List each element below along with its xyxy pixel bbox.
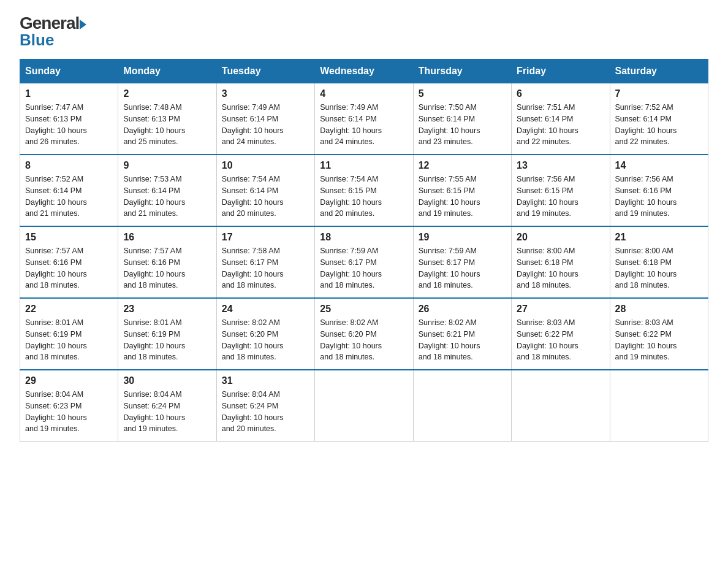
day-number: 23 <box>123 304 211 315</box>
calendar-cell: 20Sunrise: 8:00 AMSunset: 6:18 PMDayligh… <box>512 226 610 298</box>
calendar-body: 1Sunrise: 7:47 AMSunset: 6:13 PMDaylight… <box>20 83 708 442</box>
day-info: Sunrise: 8:01 AMSunset: 6:19 PMDaylight:… <box>123 317 211 363</box>
header-sunday: Sunday <box>20 59 118 83</box>
day-number: 19 <box>419 232 506 243</box>
day-info: Sunrise: 8:03 AMSunset: 6:22 PMDaylight:… <box>517 317 604 363</box>
calendar-table: Sunday Monday Tuesday Wednesday Thursday… <box>20 59 708 442</box>
calendar-cell: 31Sunrise: 8:04 AMSunset: 6:24 PMDayligh… <box>216 370 314 442</box>
day-number: 6 <box>517 88 604 99</box>
day-info: Sunrise: 8:04 AMSunset: 6:23 PMDaylight:… <box>25 389 113 435</box>
calendar-cell <box>413 370 511 442</box>
day-info: Sunrise: 7:49 AMSunset: 6:14 PMDaylight:… <box>222 102 309 148</box>
day-number: 22 <box>25 304 113 315</box>
day-number: 29 <box>25 375 113 386</box>
day-number: 9 <box>123 160 211 171</box>
page-header: General Blue <box>20 15 708 48</box>
day-info: Sunrise: 7:47 AMSunset: 6:13 PMDaylight:… <box>25 102 113 148</box>
calendar-cell: 30Sunrise: 8:04 AMSunset: 6:24 PMDayligh… <box>118 370 216 442</box>
day-number: 5 <box>419 88 506 99</box>
calendar-week-row: 29Sunrise: 8:04 AMSunset: 6:23 PMDayligh… <box>20 370 708 442</box>
day-number: 10 <box>222 160 309 171</box>
logo-text-blue: Blue <box>20 32 54 48</box>
calendar-cell: 13Sunrise: 7:56 AMSunset: 6:15 PMDayligh… <box>512 155 610 226</box>
header-saturday: Saturday <box>610 59 708 83</box>
day-number: 3 <box>222 88 309 99</box>
day-number: 25 <box>320 304 408 315</box>
day-number: 13 <box>517 160 604 171</box>
day-info: Sunrise: 7:52 AMSunset: 6:14 PMDaylight:… <box>25 174 113 220</box>
day-number: 17 <box>222 232 309 243</box>
day-number: 4 <box>320 88 408 99</box>
calendar-cell: 21Sunrise: 8:00 AMSunset: 6:18 PMDayligh… <box>610 226 708 298</box>
calendar-cell <box>315 370 413 442</box>
day-info: Sunrise: 7:58 AMSunset: 6:17 PMDaylight:… <box>222 245 309 291</box>
calendar-cell: 5Sunrise: 7:50 AMSunset: 6:14 PMDaylight… <box>413 83 511 155</box>
calendar-cell: 17Sunrise: 7:58 AMSunset: 6:17 PMDayligh… <box>216 226 314 298</box>
calendar-cell: 22Sunrise: 8:01 AMSunset: 6:19 PMDayligh… <box>20 298 118 370</box>
calendar-cell: 14Sunrise: 7:56 AMSunset: 6:16 PMDayligh… <box>610 155 708 226</box>
header-tuesday: Tuesday <box>216 59 314 83</box>
day-number: 16 <box>123 232 211 243</box>
calendar-cell: 18Sunrise: 7:59 AMSunset: 6:17 PMDayligh… <box>315 226 413 298</box>
day-info: Sunrise: 7:56 AMSunset: 6:15 PMDaylight:… <box>517 174 604 220</box>
day-info: Sunrise: 7:56 AMSunset: 6:16 PMDaylight:… <box>615 174 703 220</box>
day-info: Sunrise: 7:55 AMSunset: 6:15 PMDaylight:… <box>419 174 506 220</box>
calendar-week-row: 1Sunrise: 7:47 AMSunset: 6:13 PMDaylight… <box>20 83 708 155</box>
day-info: Sunrise: 7:54 AMSunset: 6:15 PMDaylight:… <box>320 174 408 220</box>
calendar-cell: 28Sunrise: 8:03 AMSunset: 6:22 PMDayligh… <box>610 298 708 370</box>
day-info: Sunrise: 7:53 AMSunset: 6:14 PMDaylight:… <box>123 174 211 220</box>
day-number: 28 <box>615 304 703 315</box>
weekday-header-row: Sunday Monday Tuesday Wednesday Thursday… <box>20 59 708 83</box>
day-info: Sunrise: 7:57 AMSunset: 6:16 PMDaylight:… <box>123 245 211 291</box>
header-wednesday: Wednesday <box>315 59 413 83</box>
calendar-cell <box>512 370 610 442</box>
day-info: Sunrise: 7:48 AMSunset: 6:13 PMDaylight:… <box>123 102 211 148</box>
day-info: Sunrise: 8:03 AMSunset: 6:22 PMDaylight:… <box>615 317 703 363</box>
calendar-cell: 8Sunrise: 7:52 AMSunset: 6:14 PMDaylight… <box>20 155 118 226</box>
day-info: Sunrise: 7:59 AMSunset: 6:17 PMDaylight:… <box>419 245 506 291</box>
calendar-cell: 25Sunrise: 8:02 AMSunset: 6:20 PMDayligh… <box>315 298 413 370</box>
header-friday: Friday <box>512 59 610 83</box>
day-info: Sunrise: 8:04 AMSunset: 6:24 PMDaylight:… <box>222 389 309 435</box>
day-number: 27 <box>517 304 604 315</box>
calendar-cell: 19Sunrise: 7:59 AMSunset: 6:17 PMDayligh… <box>413 226 511 298</box>
day-info: Sunrise: 8:02 AMSunset: 6:21 PMDaylight:… <box>419 317 506 363</box>
day-number: 1 <box>25 88 113 99</box>
calendar-cell: 10Sunrise: 7:54 AMSunset: 6:14 PMDayligh… <box>216 155 314 226</box>
calendar-cell: 11Sunrise: 7:54 AMSunset: 6:15 PMDayligh… <box>315 155 413 226</box>
day-number: 30 <box>123 375 211 386</box>
day-number: 31 <box>222 375 309 386</box>
logo-text-general: General <box>20 15 86 32</box>
day-info: Sunrise: 8:01 AMSunset: 6:19 PMDaylight:… <box>25 317 113 363</box>
calendar-cell: 2Sunrise: 7:48 AMSunset: 6:13 PMDaylight… <box>118 83 216 155</box>
calendar-cell: 3Sunrise: 7:49 AMSunset: 6:14 PMDaylight… <box>216 83 314 155</box>
day-number: 7 <box>615 88 703 99</box>
calendar-cell: 7Sunrise: 7:52 AMSunset: 6:14 PMDaylight… <box>610 83 708 155</box>
day-info: Sunrise: 7:51 AMSunset: 6:14 PMDaylight:… <box>517 102 604 148</box>
day-number: 18 <box>320 232 408 243</box>
calendar-cell: 12Sunrise: 7:55 AMSunset: 6:15 PMDayligh… <box>413 155 511 226</box>
day-number: 20 <box>517 232 604 243</box>
day-info: Sunrise: 7:57 AMSunset: 6:16 PMDaylight:… <box>25 245 113 291</box>
calendar-cell: 23Sunrise: 8:01 AMSunset: 6:19 PMDayligh… <box>118 298 216 370</box>
calendar-cell: 26Sunrise: 8:02 AMSunset: 6:21 PMDayligh… <box>413 298 511 370</box>
logo: General Blue <box>20 15 86 48</box>
calendar-week-row: 15Sunrise: 7:57 AMSunset: 6:16 PMDayligh… <box>20 226 708 298</box>
day-number: 8 <box>25 160 113 171</box>
calendar-cell: 16Sunrise: 7:57 AMSunset: 6:16 PMDayligh… <box>118 226 216 298</box>
calendar-cell: 27Sunrise: 8:03 AMSunset: 6:22 PMDayligh… <box>512 298 610 370</box>
day-info: Sunrise: 7:52 AMSunset: 6:14 PMDaylight:… <box>615 102 703 148</box>
calendar-cell: 24Sunrise: 8:02 AMSunset: 6:20 PMDayligh… <box>216 298 314 370</box>
day-number: 26 <box>419 304 506 315</box>
day-number: 15 <box>25 232 113 243</box>
day-number: 21 <box>615 232 703 243</box>
day-info: Sunrise: 8:04 AMSunset: 6:24 PMDaylight:… <box>123 389 211 435</box>
calendar-cell: 4Sunrise: 7:49 AMSunset: 6:14 PMDaylight… <box>315 83 413 155</box>
day-info: Sunrise: 8:00 AMSunset: 6:18 PMDaylight:… <box>615 245 703 291</box>
header-thursday: Thursday <box>413 59 511 83</box>
day-number: 11 <box>320 160 408 171</box>
calendar-cell <box>610 370 708 442</box>
day-info: Sunrise: 7:54 AMSunset: 6:14 PMDaylight:… <box>222 174 309 220</box>
calendar-cell: 6Sunrise: 7:51 AMSunset: 6:14 PMDaylight… <box>512 83 610 155</box>
day-number: 14 <box>615 160 703 171</box>
